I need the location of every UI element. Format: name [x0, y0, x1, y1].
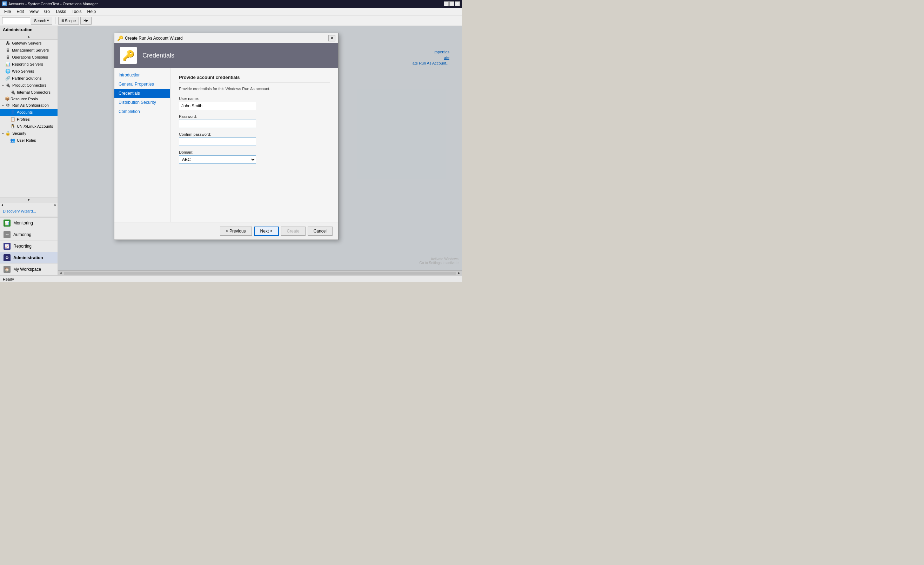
sidebar-item-user-roles[interactable]: 👥 User Roles: [0, 137, 57, 144]
chevron-up-icon: ▲: [27, 35, 30, 38]
administration-icon: ⚙: [3, 254, 10, 261]
username-input[interactable]: [179, 102, 256, 110]
reporting-servers-icon: 📊: [5, 61, 10, 67]
menu-help[interactable]: Help: [84, 8, 99, 15]
discovery-wizard-link[interactable]: Discovery Wizard...: [0, 207, 57, 215]
form-divider: [179, 82, 330, 82]
form-description: Provide credentials for this Windows Run…: [179, 87, 330, 91]
menu-tasks[interactable]: Tasks: [52, 8, 69, 15]
password-label: Password:: [179, 114, 330, 118]
previous-button[interactable]: < Previous: [220, 226, 252, 236]
sidebar-label-internal: Internal Connectors: [17, 90, 51, 94]
sidebar-item-unix-linux[interactable]: 🐧 UNIX/Linux Accounts: [0, 123, 57, 130]
dialog-nav-credentials[interactable]: Credentials: [114, 89, 170, 98]
sidebar: Administration ▲ 🖧 Gateway Servers 🖥 Man…: [0, 26, 58, 275]
next-button[interactable]: Next >: [254, 226, 279, 236]
dialog-title-bar: 🔑 Create Run As Account Wizard ✕: [114, 33, 338, 43]
scope-label: Scope: [65, 19, 76, 23]
dialog-body: Introduction General Properties Credenti…: [114, 68, 338, 222]
sidebar-item-gateway-servers[interactable]: 🖧 Gateway Servers: [0, 40, 57, 46]
nav-authoring[interactable]: ✏ Authoring: [0, 229, 57, 241]
dialog-nav: Introduction General Properties Credenti…: [114, 68, 171, 222]
menu-bar: File Edit View Go Tasks Tools Help: [0, 8, 462, 15]
dialog-banner-icon: 🔑: [120, 47, 137, 64]
sidebar-item-web-servers[interactable]: 🌐 Web Servers: [0, 68, 57, 75]
domain-label: Domain:: [179, 150, 330, 154]
dialog-close-button[interactable]: ✕: [328, 35, 335, 41]
sidebar-scroll-up[interactable]: ▲: [0, 34, 57, 40]
menu-tools[interactable]: Tools: [69, 8, 84, 15]
password-input[interactable]: [179, 120, 256, 128]
dialog-nav-general[interactable]: General Properties: [114, 79, 170, 89]
search-label: Search: [34, 19, 46, 23]
maximize-btn[interactable]: □: [449, 1, 454, 6]
menu-file[interactable]: File: [2, 8, 14, 15]
sidebar-label-runas: Run As Configuration: [12, 103, 49, 107]
nav-administration-label: Administration: [14, 255, 43, 260]
scope-button[interactable]: ⊞ Scope: [58, 17, 79, 24]
dialog-title-text: Create Run As Account Wizard: [125, 36, 328, 41]
dialog-banner: 🔑 Credentials: [114, 43, 338, 68]
cancel-button[interactable]: Cancel: [308, 226, 333, 236]
sidebar-label-accounts: Accounts: [17, 110, 33, 114]
sidebar-item-product-connectors[interactable]: ▲ 🔌 Product Connectors: [0, 82, 57, 89]
credentials-icon: 🔑: [122, 50, 135, 61]
gateway-servers-icon: 🖧: [5, 40, 10, 46]
search-input[interactable]: [2, 17, 30, 24]
sidebar-item-resource-pools[interactable]: 📦 Resource Pools: [0, 96, 57, 102]
watermark-line2: Go to Settings to activate: [419, 261, 459, 265]
close-btn[interactable]: ✕: [455, 1, 460, 6]
monitoring-icon: 📊: [3, 220, 10, 226]
minimize-btn[interactable]: _: [444, 1, 448, 6]
nav-reporting-label: Reporting: [14, 244, 32, 249]
menu-view[interactable]: View: [27, 8, 41, 15]
dialog-banner-title: Credentials: [142, 52, 174, 59]
status-text: Ready: [3, 277, 14, 281]
resource-pools-icon: 📦: [5, 96, 10, 101]
dialog-nav-completion[interactable]: Completion: [114, 107, 170, 116]
activate-windows-watermark: Activate Windows Go to Settings to activ…: [419, 257, 459, 265]
sidebar-label-ops: Operations Consoles: [12, 55, 48, 59]
search-button[interactable]: Search ▾: [31, 17, 52, 24]
nav-monitoring[interactable]: 📊 Monitoring: [0, 217, 57, 229]
sidebar-item-runas-config[interactable]: ▲ ⚙ Run As Configuration: [0, 102, 57, 109]
dialog-nav-distribution[interactable]: Distribution Security: [114, 98, 170, 107]
watermark-line1: Activate Windows: [419, 257, 459, 261]
sidebar-item-reporting-servers[interactable]: 📊 Reporting Servers: [0, 61, 57, 68]
nav-sections: 📊 Monitoring ✏ Authoring 📈 Reporting ⚙ A…: [0, 217, 57, 275]
sidebar-item-security[interactable]: ▲ 🔒 Security: [0, 130, 57, 137]
sidebar-scroll-down[interactable]: ▼: [0, 197, 57, 203]
domain-select[interactable]: ABC WORKGROUP DOMAIN1: [179, 155, 256, 164]
sidebar-label-security: Security: [12, 131, 26, 135]
find-button[interactable]: R▸: [80, 17, 92, 24]
nav-monitoring-label: Monitoring: [14, 220, 33, 225]
dialog-title-icon: 🔑: [117, 35, 123, 41]
sidebar-item-profiles[interactable]: 📋 Profiles: [0, 116, 57, 123]
sidebar-label-gateway: Gateway Servers: [12, 41, 41, 45]
username-group: User name:: [179, 96, 330, 110]
search-group: Search ▾: [2, 17, 52, 24]
create-runas-dialog: 🔑 Create Run As Account Wizard ✕ 🔑 Crede…: [114, 33, 339, 240]
nav-my-workspace[interactable]: 🏠 My Workspace: [0, 264, 57, 275]
nav-reporting[interactable]: 📈 Reporting: [0, 241, 57, 252]
content-area: roperties ate ate Run As Account... ◄ ► …: [58, 26, 462, 275]
app-icon: 🖥: [2, 1, 7, 6]
scroll-left-icon: ◄: [1, 204, 3, 207]
menu-go[interactable]: Go: [41, 8, 52, 15]
sidebar-item-operations-consoles[interactable]: 🖥 Operations Consoles: [0, 54, 57, 61]
create-button[interactable]: Create: [281, 226, 306, 236]
dialog-nav-introduction[interactable]: Introduction: [114, 70, 170, 79]
reporting-icon: 📈: [3, 243, 10, 250]
sidebar-item-internal-connectors[interactable]: 🔌 Internal Connectors: [0, 89, 57, 96]
user-roles-icon: 👥: [10, 138, 15, 143]
sidebar-item-accounts[interactable]: 👤 Accounts: [0, 109, 57, 116]
menu-edit[interactable]: Edit: [14, 8, 27, 15]
sidebar-hscroll: ◄ ►: [0, 203, 57, 207]
expand-security-icon: ▲: [2, 132, 4, 135]
nav-administration[interactable]: ⚙ Administration: [0, 252, 57, 264]
accounts-icon: 👤: [10, 109, 15, 115]
sidebar-item-partner-solutions[interactable]: 🔗 Partner Solutions: [0, 75, 57, 82]
find-label: R▸: [84, 18, 88, 23]
confirm-password-input[interactable]: [179, 138, 256, 146]
sidebar-item-management-servers[interactable]: 🖥 Management Servers: [0, 46, 57, 54]
